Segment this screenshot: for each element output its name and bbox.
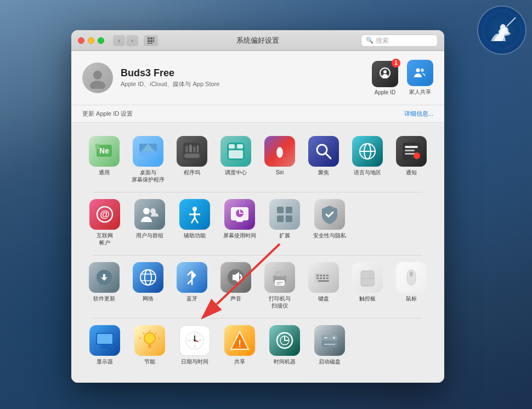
dock-icon-item[interactable]: 程序坞 xyxy=(170,132,214,188)
update-bar: 更新 Apple ID 设置 详细信息... xyxy=(71,105,444,123)
screen-time-icon-item[interactable]: 屏幕使用时间 xyxy=(217,195,262,251)
display-label: 显示器 xyxy=(97,358,113,365)
security-icon-item[interactable]: 安全性与隐私 xyxy=(307,195,352,251)
sound-icon xyxy=(220,262,251,293)
time-machine-icon-item[interactable]: 时间机器 xyxy=(262,321,307,370)
svg-rect-6 xyxy=(148,40,150,42)
svg-rect-78 xyxy=(323,275,325,276)
mouse-icon xyxy=(396,262,427,293)
update-link[interactable]: 详细信息... xyxy=(404,110,433,118)
printers-icon-item[interactable]: 打印机与 扫描仪 xyxy=(258,258,302,314)
svg-rect-61 xyxy=(286,215,292,222)
svg-rect-119 xyxy=(324,344,335,345)
general-icon-item[interactable]: Ne 通用 xyxy=(82,132,126,188)
traffic-lights xyxy=(78,37,104,44)
svg-point-11 xyxy=(93,71,102,79)
general-icon: Ne xyxy=(89,136,120,167)
notifications-label: 通知 xyxy=(406,169,417,176)
datetime-icon xyxy=(179,325,210,356)
back-button[interactable]: ‹ xyxy=(113,35,125,46)
svg-rect-76 xyxy=(316,275,319,276)
energy-saver-icon-item[interactable]: 节能 xyxy=(127,321,172,370)
trackpad-icon-item[interactable]: 触控板 xyxy=(346,258,389,314)
svg-rect-82 xyxy=(323,277,325,279)
software-update-icon xyxy=(89,262,120,293)
accessibility-icon xyxy=(179,199,210,230)
grid-view-button[interactable] xyxy=(144,35,158,46)
svg-text:Ne: Ne xyxy=(99,146,109,155)
profile-info: Buds3 Free Apple ID、iCloud、媒体与 App Store xyxy=(121,67,364,88)
family-sharing-label: 家人共享 xyxy=(409,88,431,96)
network-label: 网络 xyxy=(143,295,154,302)
svg-rect-94 xyxy=(148,344,151,348)
svg-line-96 xyxy=(143,333,144,334)
svg-rect-8 xyxy=(153,40,154,42)
extensions-label: 扩展 xyxy=(279,232,290,239)
time-machine-label: 时间机器 xyxy=(274,358,296,365)
startup-disk-icon-item[interactable]: 启动磁盘 xyxy=(307,321,352,370)
forward-button[interactable]: › xyxy=(126,35,138,46)
extensions-icon-item[interactable]: 扩展 xyxy=(262,195,307,251)
notifications-icon-item[interactable]: 通知 xyxy=(389,132,433,188)
spotlight-icon-item[interactable]: 聚焦 xyxy=(302,132,346,188)
svg-rect-25 xyxy=(189,145,192,152)
mission-control-icon-item[interactable]: 调度中心 xyxy=(214,132,258,188)
internet-accounts-icon: @ xyxy=(89,199,120,230)
security-icon xyxy=(314,199,345,230)
svg-point-34 xyxy=(278,149,281,156)
screen-time-icon xyxy=(224,199,255,230)
desktop-icon-item[interactable]: 桌面与 屏幕保护程序 xyxy=(126,132,170,188)
users-groups-label: 用户与群组 xyxy=(136,232,163,239)
system-preferences-window: ‹ › 系统偏好设置 🔍 xyxy=(71,30,444,383)
display-icon-item[interactable]: 显示器 xyxy=(82,321,127,370)
trackpad-icon xyxy=(352,262,383,293)
internet-accounts-label: 互联网 帐户 xyxy=(97,232,113,246)
siri-icon-item[interactable]: Siri xyxy=(258,132,302,188)
svg-rect-73 xyxy=(276,282,283,283)
search-box[interactable]: 🔍 xyxy=(361,35,438,47)
language-icon-item[interactable]: 语言与地区 xyxy=(346,132,389,188)
apple-id-icon: 1 xyxy=(372,61,398,87)
svg-rect-92 xyxy=(99,347,110,348)
users-groups-icon xyxy=(134,199,165,230)
svg-rect-58 xyxy=(277,207,284,213)
sharing-icon-item[interactable]: ! 共享 xyxy=(217,321,262,370)
network-icon-item[interactable]: 网络 xyxy=(126,258,170,314)
accessibility-icon-item[interactable]: 辅助功能 xyxy=(172,195,217,251)
spotlight-icon xyxy=(308,136,339,167)
close-button[interactable] xyxy=(78,37,84,44)
maximize-button[interactable] xyxy=(98,37,104,44)
svg-rect-4 xyxy=(150,37,152,39)
family-sharing-button[interactable]: 家人共享 xyxy=(407,60,433,96)
mouse-icon-item[interactable]: 鼠标 xyxy=(389,258,433,314)
svg-rect-74 xyxy=(276,283,281,285)
sharing-icon: ! xyxy=(224,325,255,356)
search-input[interactable] xyxy=(376,37,433,44)
general-label: 通用 xyxy=(99,169,110,176)
apple-id-button[interactable]: 1 Apple ID xyxy=(372,61,398,95)
svg-line-52 xyxy=(191,218,195,223)
bluetooth-label: 蓝牙 xyxy=(186,295,197,302)
bluetooth-icon-item[interactable]: 蓝牙 xyxy=(170,258,214,314)
family-sharing-icon xyxy=(407,60,433,86)
sharing-label: 共享 xyxy=(234,358,245,365)
security-label: 安全性与隐私 xyxy=(313,232,346,239)
software-update-icon-item[interactable]: 软件更新 xyxy=(82,258,126,314)
desktop-icon xyxy=(133,136,163,167)
trackpad-label: 触控板 xyxy=(359,295,376,302)
svg-line-53 xyxy=(195,218,198,223)
datetime-icon-item[interactable]: 日期与时间 xyxy=(172,321,217,370)
printers-icon xyxy=(264,262,295,293)
sound-icon-item[interactable]: 声音 xyxy=(214,258,258,314)
internet-accounts-icon-item[interactable]: @ 互联网 帐户 xyxy=(82,195,127,251)
bluetooth-icon xyxy=(177,262,207,293)
svg-point-15 xyxy=(421,69,424,72)
users-groups-icon-item[interactable]: 用户与群组 xyxy=(127,195,172,251)
svg-rect-7 xyxy=(150,40,152,42)
svg-rect-5 xyxy=(153,37,154,39)
minimize-button[interactable] xyxy=(88,37,94,44)
profile-name: Buds3 Free xyxy=(121,67,364,79)
svg-rect-90 xyxy=(97,334,112,344)
keyboard-icon-item[interactable]: 键盘 xyxy=(302,258,346,314)
svg-rect-83 xyxy=(326,277,329,279)
